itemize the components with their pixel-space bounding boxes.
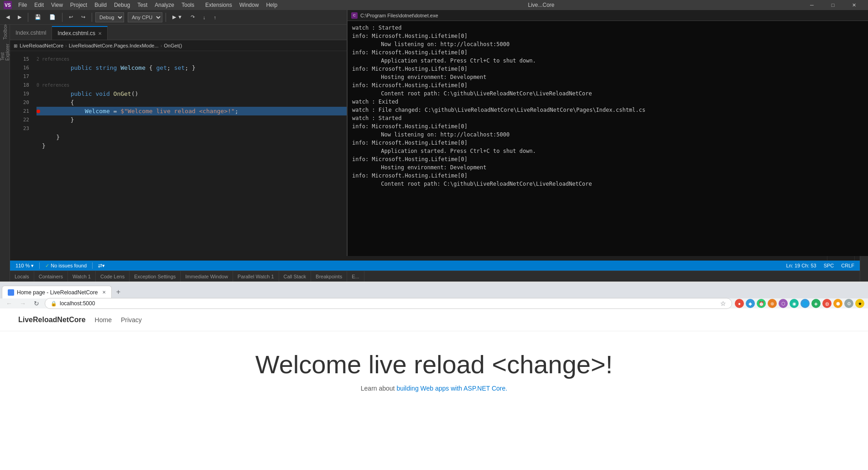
breadcrumb-part2[interactable]: LiveReloadNetCore.Pages.IndexMode...	[69, 43, 159, 48]
ext-icon-2[interactable]: ◆	[746, 299, 755, 308]
ext-icon-3[interactable]: ⏰	[757, 299, 766, 308]
window-controls: ─ □ ✕	[801, 0, 864, 10]
term-line-15: Application started. Press Ctrl+C to shu…	[352, 147, 863, 155]
tab-close-icon[interactable]: ✕	[98, 31, 102, 36]
terminal-content[interactable]: watch : Started info: Microsoft.Hosting.…	[348, 25, 868, 191]
sync-status[interactable]: ⇄▾	[96, 263, 107, 269]
forward-btn[interactable]: ▶	[15, 13, 25, 21]
tab-favicon	[8, 289, 14, 296]
menu-extensions[interactable]: Extensions	[202, 1, 236, 9]
status-sep1	[39, 262, 40, 269]
breadcrumb-part1[interactable]: ⊞ LiveReloadNetCore	[14, 43, 63, 48]
toolbox-icon[interactable]: Toolbox	[1, 28, 9, 36]
line-numbers: 15 16 17 18 19 20 21 22 23	[10, 51, 33, 261]
bottom-tab-extra[interactable]: E...	[347, 271, 364, 282]
step-over-btn[interactable]: ↷	[187, 13, 198, 21]
menu-help[interactable]: Help	[262, 1, 281, 9]
term-line-10: watch : File changed: C:\github\LiveRelo…	[352, 106, 863, 114]
ext-icon-1[interactable]: ●	[735, 299, 744, 308]
web-body: Welcome live reload <change>! Learn abou…	[0, 331, 868, 392]
position-status[interactable]: Ln: 19 Ch: 53	[785, 263, 818, 268]
ext-icon-9[interactable]: ◍	[822, 299, 832, 308]
address-bar[interactable]: 🔒 localhost:5000 ☆	[45, 298, 732, 309]
menu-project[interactable]: Project	[67, 1, 91, 9]
bottom-tab-locals[interactable]: Locals	[10, 271, 34, 282]
term-line-16: info: Microsoft.Hosting.Lifetime[0]	[352, 155, 863, 163]
menu-analyze[interactable]: Analyze	[151, 1, 178, 9]
menu-build[interactable]: Build	[91, 1, 110, 9]
tab-index-cshtml-cs[interactable]: Index.cshtml.cs ✕	[52, 26, 108, 40]
settings-icon[interactable]: ⚙	[844, 299, 853, 308]
terminal-pane: C C:\Program Files\dotnet\dotnet.exe wat…	[347, 25, 868, 256]
browser-tab-close-icon[interactable]: ✕	[102, 290, 106, 295]
term-line-2: Now listening on: http://localhost:5000	[352, 40, 863, 48]
menu-window[interactable]: Window	[236, 1, 263, 9]
step-out-btn[interactable]: ↑	[210, 13, 219, 21]
term-line-0: watch : Started	[352, 25, 863, 32]
ext-icon-4[interactable]: ⊛	[768, 299, 777, 308]
bottom-tab-containers[interactable]: Containers	[34, 271, 68, 282]
start-btn[interactable]: ▶ ▼	[169, 13, 186, 21]
minimize-button[interactable]: ─	[801, 0, 822, 10]
bottom-tab-exception[interactable]: Exception Settings	[130, 271, 181, 282]
menu-view[interactable]: View	[47, 1, 67, 9]
encoding-status[interactable]: SPC	[822, 263, 836, 268]
web-link[interactable]: building Web apps with ASP.NET Core.	[396, 385, 507, 392]
back-button[interactable]: ←	[4, 298, 15, 309]
bottom-tab-callstack[interactable]: Call Stack	[279, 271, 312, 282]
profile-icon[interactable]: ★	[855, 299, 864, 308]
zoom-status[interactable]: 110 % ▾	[14, 263, 36, 269]
breadcrumb-sep1: ›	[65, 43, 67, 48]
web-navbar: LiveReloadNetCore Home Privacy	[0, 308, 868, 331]
web-nav-home[interactable]: Home	[95, 316, 112, 324]
refresh-button[interactable]: ↻	[31, 298, 42, 309]
web-nav-privacy[interactable]: Privacy	[121, 316, 142, 324]
save-all-btn[interactable]: 📄	[46, 13, 59, 21]
maximize-button[interactable]: □	[822, 0, 843, 10]
bottom-tab-watch1[interactable]: Watch 1	[68, 271, 96, 282]
vs-logo: VS	[4, 1, 12, 9]
debug-config-dropdown[interactable]: Debug	[95, 12, 124, 22]
bottom-tabs: Locals Containers Watch 1 Code Lens Exce…	[10, 271, 860, 282]
save-btn[interactable]: 💾	[31, 13, 44, 21]
ext-icon-7[interactable]: 🌐	[800, 299, 810, 308]
platform-dropdown[interactable]: Any CPU	[128, 12, 162, 22]
tab-index-cshtml[interactable]: Index.cshtml	[10, 26, 52, 40]
bottom-tab-codelens[interactable]: Code Lens	[96, 271, 130, 282]
test-explorer-icon[interactable]: Test Explorer	[1, 48, 9, 56]
no-issues-status[interactable]: ✓ No issues found	[43, 263, 88, 269]
bottom-tab-parallel[interactable]: Parallel Watch 1	[233, 271, 279, 282]
bottom-tab-immediate[interactable]: Immediate Window	[181, 271, 233, 282]
sep4	[166, 13, 166, 22]
menu-test[interactable]: Test	[134, 1, 151, 9]
ext-icon-10[interactable]: ⬢	[833, 299, 842, 308]
undo-btn[interactable]: ↩	[66, 13, 76, 21]
ext-icon-5[interactable]: ⬡	[779, 299, 788, 308]
window-title: Live...Core	[281, 2, 801, 8]
menu-tools[interactable]: Tools	[178, 1, 198, 9]
ext-icon-6[interactable]: ◉	[790, 299, 799, 308]
check-icon: ✓	[45, 263, 49, 269]
breadcrumb-part3[interactable]: OnGet()	[164, 43, 182, 48]
breakpoint-marker	[36, 110, 40, 113]
bookmark-icon[interactable]: ☆	[720, 300, 726, 307]
menu-debug[interactable]: Debug	[110, 1, 134, 9]
term-line-8: Content root path: C:\github\LiveReloadN…	[352, 89, 863, 98]
term-line-18: info: Microsoft.Hosting.Lifetime[0]	[352, 172, 863, 180]
back-btn[interactable]: ◀	[3, 13, 13, 21]
step-into-btn[interactable]: ↓	[200, 13, 209, 21]
redo-btn[interactable]: ↪	[78, 13, 88, 21]
menu-edit[interactable]: Edit	[31, 1, 47, 9]
term-line-5: info: Microsoft.Hosting.Lifetime[0]	[352, 65, 863, 73]
new-tab-button[interactable]: +	[112, 286, 125, 298]
lock-icon: 🔒	[51, 301, 57, 307]
bottom-tab-breakpoints[interactable]: Breakpoints	[311, 271, 347, 282]
menu-file[interactable]: File	[15, 1, 31, 9]
web-content: LiveReloadNetCore Home Privacy Welcome l…	[0, 308, 868, 470]
ext-icon-8[interactable]: ◈	[811, 299, 821, 308]
forward-button[interactable]: →	[17, 298, 28, 309]
term-line-6: Hosting environment: Development	[352, 73, 863, 81]
browser-tab-home[interactable]: Home page - LiveReloadNetCore ✕	[2, 286, 112, 298]
line-ending-status[interactable]: CRLF	[839, 263, 856, 268]
close-button[interactable]: ✕	[843, 0, 864, 10]
